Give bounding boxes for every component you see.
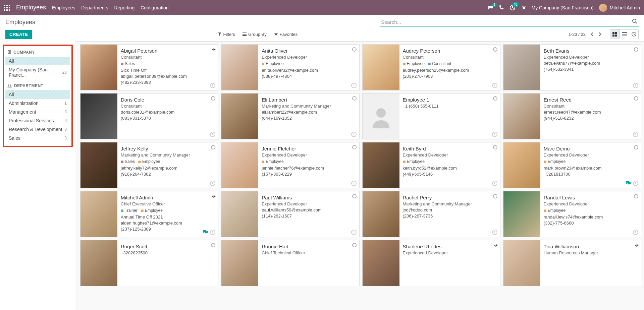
employee-role: Experienced Developer <box>403 250 497 256</box>
presence-ring[interactable] <box>352 194 357 198</box>
debug-icon[interactable] <box>521 5 526 10</box>
employee-card[interactable]: Paul WilliamsExperienced Developerpaul.w… <box>221 191 359 237</box>
employee-role: Chief Technical Officer <box>262 250 356 256</box>
employee-card[interactable]: Sharlene RhodesExperienced Developer✈ <box>362 240 500 286</box>
employee-name: Sharlene Rhodes <box>403 243 497 250</box>
search-icon[interactable] <box>632 18 637 24</box>
employee-photo <box>503 142 540 188</box>
employee-email: mark.brown23@example.com <box>544 165 638 171</box>
sidebar-dept-item[interactable]: Management3 <box>5 108 70 116</box>
employee-card[interactable]: Jeffrey KellyMarketing and Community Man… <box>80 142 218 188</box>
employee-name: Eli Lambert <box>262 96 356 103</box>
employee-email: abigail.peterson39@example.com <box>121 73 215 79</box>
presence-ring[interactable] <box>352 145 357 149</box>
view-kanban[interactable] <box>610 29 620 39</box>
employee-photo <box>80 191 117 237</box>
message-icon[interactable] <box>626 181 631 186</box>
sidebar-dept-item[interactable]: Research & Development8 <box>5 125 70 134</box>
employee-card[interactable]: Audrey PetersonConsultantEmployeeConsult… <box>362 44 500 90</box>
presence-ring[interactable] <box>211 243 215 247</box>
presence-ring[interactable] <box>352 47 357 52</box>
message-icon[interactable] <box>203 230 208 235</box>
pager-prev[interactable] <box>590 32 594 37</box>
kanban-content: Abigail PetersonConsultantSalesSick Time… <box>75 41 644 310</box>
messages-icon[interactable]: 4 <box>487 5 493 10</box>
employee-card[interactable]: Ernest ReedConsultanternest.reed47@examp… <box>503 93 641 139</box>
employee-card[interactable]: Beth EvansExperienced Developerbeth.evan… <box>503 44 641 90</box>
employee-email: keith.byrd52@example.com <box>403 165 497 171</box>
employee-card[interactable]: Eli LambertMarketing and Community Manag… <box>221 93 359 139</box>
presence-ring[interactable] <box>211 96 215 101</box>
employee-role: Experienced Developer <box>544 201 638 207</box>
presence-ring[interactable] <box>634 47 638 52</box>
employee-card[interactable]: Keith ByrdExperienced DeveloperEmployeek… <box>362 142 500 188</box>
groupby-button[interactable]: Group By <box>243 32 267 37</box>
presence-ring[interactable] <box>493 145 497 149</box>
nav-reporting[interactable]: Reporting <box>114 5 135 10</box>
employee-tags: TrainerEmployee <box>121 208 215 213</box>
presence-ring[interactable] <box>634 96 638 101</box>
employee-photo <box>363 142 399 188</box>
employee-card[interactable]: Randall LewisExperienced DeveloperEmploy… <box>503 191 641 237</box>
sidebar-dept-item[interactable]: Administration1 <box>5 99 70 108</box>
employee-tags: Employee <box>544 208 638 213</box>
employee-card[interactable]: Ronnie HartChief Technical Officer <box>221 240 359 286</box>
employee-status: Sick Time Off <box>121 67 215 73</box>
phone-icon[interactable] <box>499 5 504 10</box>
view-activity[interactable] <box>629 29 638 39</box>
employee-role: Marketing and Community Manager <box>121 152 215 158</box>
user-menu[interactable]: Mitchell Admin <box>599 4 640 12</box>
sidebar-dept-item[interactable]: Sales3 <box>5 134 70 142</box>
svg-rect-3 <box>4 7 5 8</box>
employee-card[interactable]: Anita OliverExperienced DeveloperEmploye… <box>221 44 359 90</box>
presence-ring[interactable] <box>634 194 638 198</box>
sidebar-company-item[interactable]: My Company (San Franci...23 <box>5 65 70 79</box>
svg-rect-18 <box>622 32 627 33</box>
presence-ring[interactable] <box>634 145 638 149</box>
employee-card[interactable]: Doris ColeConsultantdoris.cole31@example… <box>80 93 218 139</box>
employee-phone: (754)-532-3841 <box>544 66 638 72</box>
employee-tags: SalesEmployee <box>121 159 215 165</box>
presence-ring[interactable] <box>211 145 215 149</box>
presence-ring[interactable] <box>493 194 497 198</box>
employee-tags: Employee <box>262 159 356 165</box>
employee-card[interactable]: Tina WilliamsonHuman Resources Manager✈ <box>503 240 641 286</box>
view-list[interactable] <box>620 29 629 39</box>
users-icon <box>7 84 12 87</box>
presence-ring[interactable] <box>493 96 497 101</box>
svg-rect-1 <box>6 5 8 6</box>
employee-card[interactable]: Marc DemoExperienced DeveloperEmployeema… <box>503 142 641 188</box>
employee-role: Experienced Developer <box>262 54 356 60</box>
employee-card[interactable]: Rachel PerryMarketing and Community Mana… <box>362 191 500 237</box>
presence-ring[interactable] <box>493 47 497 52</box>
messages-badge: 4 <box>492 3 497 7</box>
favorites-button[interactable]: Favorites <box>274 32 298 37</box>
employee-card[interactable]: Abigail PetersonConsultantSalesSick Time… <box>80 44 218 90</box>
nav-employees[interactable]: Employees <box>52 5 75 10</box>
sidebar-company-all[interactable]: All <box>5 57 70 65</box>
company-switcher[interactable]: My Company (San Francisco) <box>532 5 594 10</box>
presence-ring[interactable] <box>352 96 357 101</box>
plane-icon: ✈ <box>494 242 498 249</box>
pager-next[interactable] <box>598 32 602 37</box>
nav-departments[interactable]: Departments <box>81 5 108 10</box>
activity-badge: 40 <box>512 2 519 7</box>
sidebar-dept-all[interactable]: All <box>5 90 70 99</box>
presence-ring[interactable] <box>352 243 357 247</box>
employee-card[interactable]: Mitchell AdminChief Executive OfficerTra… <box>80 191 218 237</box>
nav-configuration[interactable]: Configuration <box>141 5 168 10</box>
svg-rect-7 <box>6 9 8 11</box>
page-title: Employees <box>5 19 35 26</box>
search-input[interactable] <box>380 18 639 26</box>
employee-card[interactable]: Jennie FletcherExperienced DeveloperEmpl… <box>221 142 359 188</box>
sidebar-dept-item[interactable]: Professional Services6 <box>5 116 70 125</box>
apps-icon[interactable] <box>4 5 10 11</box>
filters-button[interactable]: Filters <box>218 32 235 37</box>
svg-rect-4 <box>6 7 8 8</box>
employee-phone: (449)-505-5146 <box>403 171 497 177</box>
employee-card[interactable]: Employee 1+1 (650) 555-0111 <box>362 93 500 139</box>
employee-card[interactable]: Roger Scott+3282823500 <box>80 240 218 286</box>
clock-icon <box>351 181 357 186</box>
activity-icon[interactable]: 40 <box>509 5 516 11</box>
create-button[interactable]: CREATE <box>5 30 32 39</box>
